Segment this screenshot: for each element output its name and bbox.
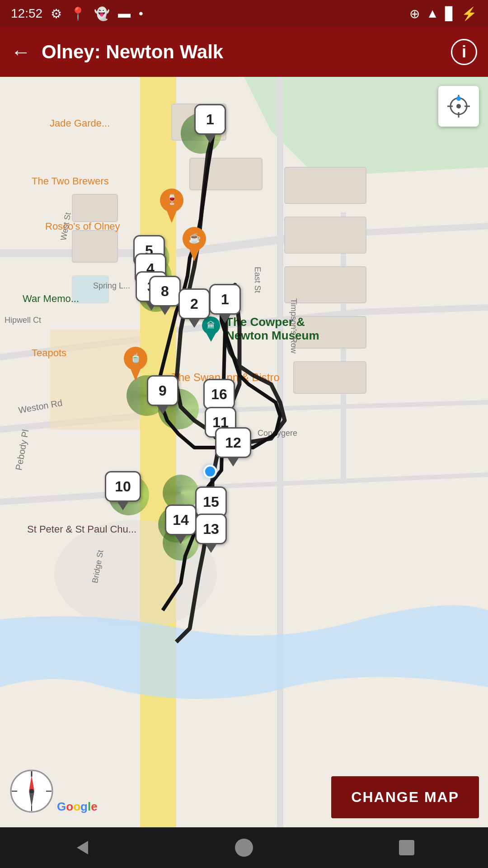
svg-rect-19 bbox=[72, 231, 117, 262]
tour-marker-9[interactable]: 9 bbox=[147, 375, 178, 406]
back-nav-icon bbox=[70, 836, 93, 859]
sdcard-icon: ▬ bbox=[118, 6, 131, 21]
svg-point-40 bbox=[456, 104, 461, 108]
settings-icon: ⚙ bbox=[51, 6, 62, 21]
google-logo: Google bbox=[57, 800, 98, 814]
page-title: Olney: Newton Walk bbox=[42, 41, 451, 63]
tour-marker-8[interactable]: 8 bbox=[149, 276, 181, 307]
svg-point-54 bbox=[29, 789, 34, 793]
info-icon: i bbox=[462, 42, 466, 61]
signal-icon: ▊ bbox=[445, 6, 455, 21]
tour-marker-6[interactable]: 1 bbox=[194, 104, 226, 135]
svg-line-8 bbox=[361, 307, 488, 312]
svg-rect-18 bbox=[72, 194, 117, 222]
svg-rect-57 bbox=[399, 840, 414, 855]
svg-marker-55 bbox=[77, 841, 88, 854]
status-bar: 12:52 ⚙ 📍 👻 ▬ • ⊕ ▲ ▊ ⚡ bbox=[0, 0, 488, 27]
compass-svg bbox=[9, 769, 54, 814]
status-left: 12:52 ⚙ 📍 👻 ▬ • bbox=[11, 6, 143, 21]
nav-home-button[interactable] bbox=[233, 836, 255, 859]
nav-recent-button[interactable] bbox=[395, 836, 418, 859]
svg-point-56 bbox=[235, 839, 253, 857]
svg-rect-21 bbox=[285, 217, 366, 253]
tour-marker-1[interactable]: 1 bbox=[209, 284, 241, 315]
back-button[interactable]: ← bbox=[11, 41, 31, 63]
change-map-button[interactable]: CHANGE MAP bbox=[331, 776, 479, 818]
map-container[interactable]: 🍷 ☕ 🍵 🏛 Jade Garde... The Two Brewers Ro… bbox=[0, 77, 488, 827]
tour-marker-2[interactable]: 2 bbox=[178, 288, 210, 319]
compass bbox=[9, 769, 54, 814]
crosshair-icon bbox=[447, 95, 470, 118]
current-location-dot bbox=[203, 465, 217, 478]
svg-rect-20 bbox=[285, 167, 366, 203]
nav-back-button[interactable] bbox=[70, 836, 93, 859]
svg-rect-24 bbox=[294, 362, 366, 393]
location-icon: 📍 bbox=[70, 6, 86, 21]
ghost-icon: 👻 bbox=[94, 6, 110, 21]
svg-rect-26 bbox=[50, 330, 140, 429]
svg-rect-23 bbox=[294, 316, 366, 348]
dot-icon: • bbox=[139, 6, 143, 21]
info-button[interactable]: i bbox=[451, 39, 477, 65]
tour-marker-16[interactable]: 16 bbox=[203, 379, 235, 410]
recent-nav-icon bbox=[395, 836, 418, 859]
svg-rect-25 bbox=[72, 276, 108, 303]
tour-marker-13[interactable]: 13 bbox=[195, 514, 227, 544]
tour-marker-10[interactable]: 10 bbox=[105, 471, 141, 502]
status-right: ⊕ ▲ ▊ ⚡ bbox=[409, 6, 477, 21]
svg-rect-17 bbox=[190, 158, 262, 190]
svg-rect-22 bbox=[285, 267, 366, 303]
bottom-nav bbox=[0, 827, 488, 868]
gps-icon: ⊕ bbox=[409, 6, 420, 21]
status-time: 12:52 bbox=[11, 6, 42, 21]
change-map-label: CHANGE MAP bbox=[351, 789, 459, 805]
svg-point-45 bbox=[456, 96, 461, 101]
wifi-icon: ▲ bbox=[426, 6, 439, 21]
my-location-button[interactable] bbox=[438, 86, 479, 127]
tour-marker-12[interactable]: 12 bbox=[215, 427, 251, 458]
svg-rect-2 bbox=[140, 77, 176, 827]
battery-icon: ⚡ bbox=[461, 6, 477, 21]
tour-marker-14[interactable]: 14 bbox=[165, 505, 197, 535]
home-nav-icon bbox=[233, 836, 255, 859]
tour-marker-15[interactable]: 15 bbox=[195, 486, 227, 517]
app-bar: ← Olney: Newton Walk i bbox=[0, 27, 488, 77]
